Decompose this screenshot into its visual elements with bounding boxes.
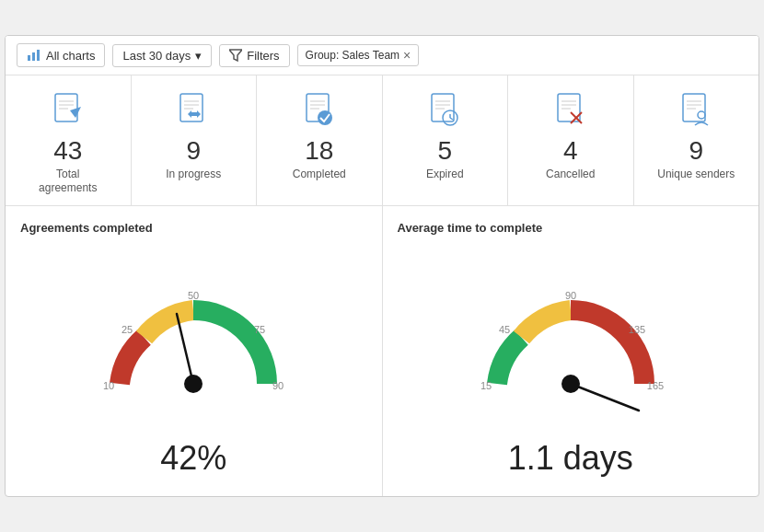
chart-title-agreements: Agreements completed: [20, 221, 367, 235]
date-range-button[interactable]: Last 30 days ▾: [112, 44, 212, 67]
gauge-value-avgtime: 1.1 days: [508, 439, 633, 478]
svg-text:90: 90: [272, 380, 284, 391]
chart-panel-agreements: Agreements completed: [6, 206, 383, 496]
stat-number-expired: 5: [437, 138, 452, 164]
chart-panel-avgtime: Average time to complete 15 45 90 135 16…: [383, 206, 759, 496]
all-charts-label: All charts: [46, 49, 95, 63]
svg-point-42: [184, 375, 203, 393]
filter-icon: [229, 49, 242, 62]
group-filter-tag: Group: Sales Team ×: [297, 44, 420, 66]
stats-row: 43 Totalagreements 9 In progress: [6, 75, 758, 206]
svg-text:45: 45: [499, 324, 510, 335]
stat-number-senders: 9: [689, 138, 703, 164]
svg-text:15: 15: [480, 380, 492, 391]
stat-label-completed: Completed: [293, 168, 346, 180]
svg-marker-8: [70, 107, 81, 118]
stat-number-progress: 9: [186, 138, 201, 164]
svg-text:165: 165: [647, 380, 664, 391]
filters-label: Filters: [247, 49, 279, 63]
chart-area-agreements: 10 25 50 75 90: [20, 246, 367, 478]
svg-text:135: 135: [629, 324, 645, 335]
gauge-value-agreements: 42%: [160, 439, 226, 478]
svg-point-49: [561, 375, 580, 393]
toolbar: All charts Last 30 days ▾ Filters Group:…: [6, 36, 758, 75]
filters-button[interactable]: Filters: [219, 44, 289, 67]
svg-text:25: 25: [122, 324, 133, 335]
svg-rect-31: [683, 94, 705, 121]
stat-card-total-agreements: 43 Totalagreements: [6, 75, 132, 205]
gauge-svg-agreements: 10 25 50 75 90: [37, 246, 350, 448]
remove-filter-button[interactable]: ×: [403, 48, 411, 63]
stat-card-unique-senders: 9 Unique senders: [634, 75, 759, 205]
svg-line-24: [450, 118, 453, 120]
clock-icon: [424, 90, 465, 131]
gauge-svg-avgtime: 15 45 90 135 165: [414, 246, 727, 448]
chart-area-avgtime: 15 45 90 135 165 1.1 days: [398, 246, 745, 478]
svg-text:75: 75: [254, 324, 265, 335]
chevron-down-icon: ▾: [195, 49, 202, 63]
stat-label-expired: Expired: [426, 168, 464, 180]
charts-row: Agreements completed: [6, 206, 758, 496]
svg-point-17: [318, 110, 332, 125]
stat-label-senders: Unique senders: [657, 168, 735, 180]
stat-number-completed: 18: [305, 138, 333, 164]
all-charts-button[interactable]: All charts: [17, 43, 105, 67]
check-icon: [299, 90, 340, 131]
svg-text:50: 50: [188, 290, 199, 301]
main-container: All charts Last 30 days ▾ Filters Group:…: [5, 35, 759, 497]
svg-point-35: [698, 111, 705, 119]
stat-card-completed: 18 Completed: [257, 75, 383, 205]
stat-label-cancelled: Cancelled: [546, 168, 595, 180]
group-tag-label: Group: Sales Team: [306, 49, 400, 62]
chart-title-avgtime: Average time to complete: [398, 221, 745, 235]
send-icon: [48, 90, 88, 131]
stat-label-total: Totalagreements: [39, 168, 97, 194]
svg-line-48: [571, 384, 639, 411]
stat-number-cancelled: 4: [563, 138, 578, 164]
svg-rect-0: [28, 55, 30, 61]
charts-icon: [27, 48, 41, 63]
svg-marker-3: [229, 50, 242, 61]
svg-rect-1: [32, 52, 35, 61]
svg-rect-4: [55, 94, 77, 121]
stat-card-in-progress: 9 In progress: [132, 75, 258, 205]
stat-label-progress: In progress: [166, 168, 221, 180]
stat-card-expired: 5 Expired: [383, 75, 509, 205]
arrows-icon: [173, 90, 214, 131]
x-icon: [550, 90, 591, 131]
svg-text:10: 10: [103, 380, 114, 391]
person-icon: [676, 90, 716, 131]
svg-text:90: 90: [565, 290, 576, 301]
stat-card-cancelled: 4 Cancelled: [508, 75, 634, 205]
date-range-label: Last 30 days: [122, 49, 191, 63]
svg-rect-2: [37, 50, 40, 61]
stat-number-total: 43: [53, 138, 82, 164]
